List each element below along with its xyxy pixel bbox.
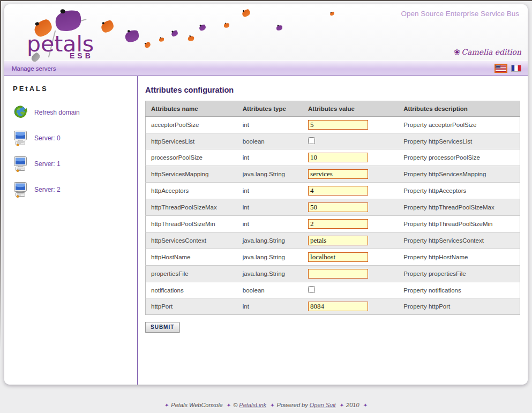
attr-name: httpThreadPoolSizeMin [146,216,237,232]
petal-icon [125,29,139,43]
diamond-icon: ✦ [268,402,276,408]
petal-icon [223,22,229,28]
petal-icon [144,41,152,48]
attr-description: Property httpThreadPoolSizeMax [398,199,520,216]
footer-poweredby: Powered by [277,402,308,408]
petal-icon [276,25,282,31]
column-header: Attributes type [237,101,303,117]
table-row: notifications boolean Property notificat… [146,282,520,298]
us-flag-icon[interactable] [494,64,507,73]
language-switcher [494,64,521,73]
petal-icon [242,9,251,18]
attr-description: Property httpServicesContext [398,232,520,249]
attr-type: int [237,183,303,199]
attr-name: httpHostName [146,249,237,266]
attr-description: Property httpServicesMapping [398,166,520,183]
table-row: httpServicesContext java.lang.String Pro… [146,232,520,249]
attr-description: Property propertiesFile [398,266,520,282]
attribute-value-checkbox[interactable] [308,137,315,144]
attr-name: httpAcceptors [146,183,237,199]
body: PEtALS Refresh domain [4,76,528,385]
page-title: Attributes configuration [145,86,520,94]
petal-icon [199,25,206,31]
attribute-value-checkbox[interactable] [308,286,315,293]
sidebar: PEtALS Refresh domain [4,76,138,385]
server-icon [13,182,28,197]
attr-description: Property httpServicesList [398,133,520,149]
attr-type: int [237,199,303,216]
sidebar-item-label: Server: 0 [34,134,61,142]
main-content: Attributes configuration Attributes name… [138,76,528,385]
table-header-row: Attributes name Attributes type Attribut… [146,101,520,117]
attribute-value-input[interactable] [308,219,368,229]
server-icon [13,156,28,171]
attr-type: int [237,117,303,133]
attr-type: int [237,216,303,232]
attr-name: acceptorPoolSize [146,117,237,133]
attribute-value-input[interactable] [308,236,368,245]
attribute-value-input[interactable] [308,153,368,162]
attr-description: Property httpThreadPoolSizeMin [398,216,520,232]
attr-name: httpServicesMapping [146,166,237,183]
attr-description: Property notifications [398,282,520,298]
table-row: httpAcceptors int Property httpAcceptors [146,183,520,199]
sidebar-item-server-2[interactable]: Server: 2 [13,182,137,197]
header-tagline: Open Source Enterprise Service Bus [401,10,519,18]
sidebar-item-label: Server: 2 [34,186,61,193]
attr-name: propertiesFile [146,266,237,282]
attr-type: java.lang.String [237,249,303,266]
column-header: Attributes value [303,101,398,117]
table-row: httpPort int Property httpPort [146,298,520,315]
table-row: httpThreadPoolSizeMax int Property httpT… [146,199,520,216]
table-row: httpServicesList boolean Property httpSe… [146,133,520,149]
fr-flag-icon[interactable] [511,65,521,72]
petal-icon [330,12,335,16]
attr-name: httpThreadPoolSizeMax [146,199,237,216]
attr-description: Property httpHostName [398,249,520,266]
sidebar-title: PEtALS [13,85,137,93]
footer-link-petalslink[interactable]: PetalsLink [239,402,266,408]
table-row: propertiesFile java.lang.String Property… [146,266,520,282]
attr-type: java.lang.String [237,266,303,282]
sidebar-item-server-1[interactable]: Server: 1 [13,156,137,171]
footer: ✦Petals WebConsole ✦© PetalsLink ✦Powere… [0,402,532,408]
attr-type: java.lang.String [237,232,303,249]
menu-item-manage-servers[interactable]: Manage servers [12,65,56,72]
attribute-value-input[interactable] [308,269,368,279]
attr-type: java.lang.String [237,166,303,183]
attr-type: boolean [237,282,303,298]
column-header: Attributes name [146,101,237,117]
attributes-table: Attributes name Attributes type Attribut… [145,101,520,315]
attribute-value-input[interactable] [308,169,368,179]
attr-name: httpServicesContext [146,232,237,249]
petals-esb-logo[interactable]: petals ESB [24,6,131,60]
petal-icon [159,37,164,42]
diamond-icon: ✦ [162,402,171,408]
table-row: acceptorPoolSize int Property acceptorPo… [146,117,520,133]
table-row: httpHostName java.lang.String Property h… [146,249,520,266]
sidebar-item-server-0[interactable]: Server: 0 [13,130,137,146]
attribute-value-input[interactable] [308,252,368,262]
submit-button[interactable]: SUBMIT [145,322,179,333]
attr-description: Property acceptorPoolSize [398,117,520,133]
attr-name: httpServicesList [146,133,237,149]
flower-icon: ❀ [454,47,461,57]
server-icon [13,130,28,146]
attribute-value-input[interactable] [308,186,368,196]
attribute-value-input[interactable] [308,302,368,311]
attr-type: int [237,149,303,166]
petal-icon [188,35,195,42]
page-card: petals ESB Open Source Enterprise Servic… [4,4,528,385]
attribute-value-input[interactable] [308,202,368,212]
attribute-value-input[interactable] [308,120,368,130]
header: petals ESB Open Source Enterprise Servic… [4,4,528,61]
diamond-icon: ✦ [361,402,370,408]
footer-link-opensuit[interactable]: Open Suit [310,402,336,408]
window-edge-left [0,0,1,413]
diamond-icon: ✦ [224,402,233,408]
attr-type: int [237,298,303,315]
attr-name: httpPort [146,298,237,315]
table-row: processorPoolSize int Property processor… [146,149,520,166]
table-row: httpServicesMapping java.lang.String Pro… [146,166,520,183]
sidebar-item-refresh-domain[interactable]: Refresh domain [13,104,137,120]
